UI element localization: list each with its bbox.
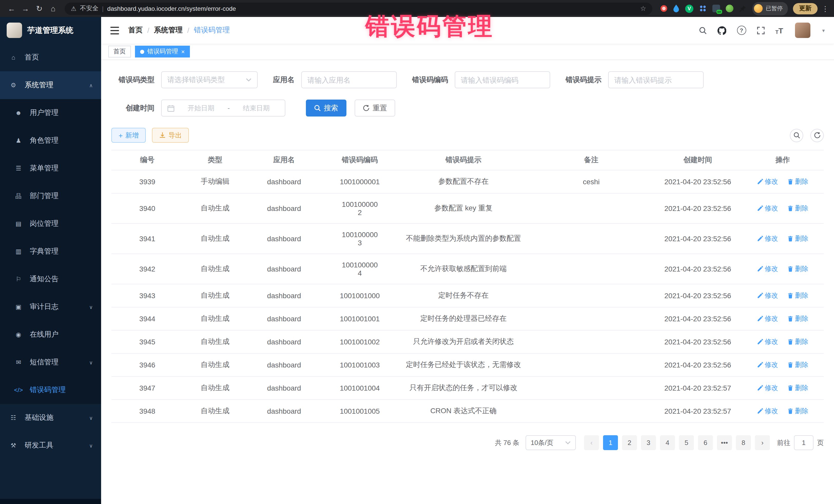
toggle-search-icon[interactable]: [790, 129, 803, 142]
page-size-select[interactable]: 10条/页: [526, 435, 576, 450]
error-type-select[interactable]: 请选择错误码类型: [161, 71, 258, 88]
help-icon[interactable]: ?: [737, 26, 746, 35]
app-name-input[interactable]: [301, 71, 397, 88]
edit-link[interactable]: 修改: [757, 360, 778, 370]
delete-link[interactable]: 删除: [787, 314, 808, 323]
topbar-actions: ? TT ▾: [699, 23, 825, 38]
breadcrumb-item[interactable]: 系统管理 /: [154, 26, 194, 35]
chevron-icon: ∨: [89, 443, 93, 448]
search-button[interactable]: 搜索: [306, 100, 347, 116]
sidebar-item-position-management[interactable]: ▤ 岗位管理: [0, 210, 101, 238]
sidebar-item-department-management[interactable]: 品 部门管理: [0, 182, 101, 210]
sidebar-collapse-icon[interactable]: [110, 26, 119, 34]
delete-link[interactable]: 删除: [787, 360, 808, 370]
forward-icon[interactable]: →: [19, 2, 32, 15]
user-avatar[interactable]: [795, 23, 810, 38]
extension-on-icon[interactable]: on: [712, 5, 720, 12]
cell-remark: [529, 223, 654, 254]
app-logo-row[interactable]: 芋道管理系统: [0, 17, 101, 44]
error-hint-input[interactable]: [608, 71, 704, 88]
breadcrumb-item[interactable]: 错误码管理 /: [194, 26, 230, 35]
extension-drop-icon[interactable]: [673, 5, 680, 12]
edit-link[interactable]: 修改: [757, 204, 778, 213]
goto-page-input[interactable]: [794, 435, 813, 450]
date-range-picker[interactable]: 开始日期 - 结束日期: [161, 100, 285, 116]
bookmark-star-icon[interactable]: ☆: [640, 5, 646, 12]
edit-link[interactable]: 修改: [757, 234, 778, 243]
page-number-button[interactable]: 4: [660, 435, 675, 450]
breadcrumb-item[interactable]: 首页 /: [128, 26, 154, 35]
sidebar-item-home[interactable]: ⌂ 首页: [0, 44, 101, 71]
delete-link[interactable]: 删除: [787, 204, 808, 213]
delete-link[interactable]: 删除: [787, 384, 808, 393]
edit-link[interactable]: 修改: [757, 407, 778, 416]
extension-red-ring-icon[interactable]: [660, 5, 667, 12]
refresh-table-icon[interactable]: [810, 129, 824, 142]
sidebar-item-online-users[interactable]: ◉ 在线用户: [0, 321, 101, 349]
export-button[interactable]: 导出: [152, 128, 189, 143]
page-number-button[interactable]: 6: [698, 435, 713, 450]
sidebar-item-system-management[interactable]: ⚙ 系统管理 ∧: [0, 71, 101, 99]
delete-link[interactable]: 删除: [787, 177, 808, 186]
cell-time: 2021-04-20 23:52:56: [654, 193, 742, 223]
error-code-input[interactable]: [455, 71, 550, 88]
sidebar-item-dictionary-management[interactable]: ▥ 字典管理: [0, 238, 101, 265]
reset-button[interactable]: 重置: [355, 100, 395, 116]
home-icon[interactable]: ⌂: [47, 2, 60, 15]
next-page-button[interactable]: ›: [755, 435, 770, 450]
sidebar-item-announcement[interactable]: ⚐ 通知公告: [0, 265, 101, 293]
edit-link[interactable]: 修改: [757, 177, 778, 186]
sidebar-item-sms-management[interactable]: ✉ 短信管理 ∨: [0, 349, 101, 376]
back-icon[interactable]: ←: [5, 2, 18, 15]
sidebar-item-role-management[interactable]: ♟ 角色管理: [0, 127, 101, 154]
edit-link[interactable]: 修改: [757, 264, 778, 273]
github-icon[interactable]: [717, 26, 726, 35]
page-number-button[interactable]: 2: [622, 435, 637, 450]
delete-link[interactable]: 删除: [787, 291, 808, 300]
sidebar-item-dev-tools[interactable]: ⚒ 研发工具 ∨: [0, 432, 101, 459]
delete-link[interactable]: 删除: [787, 337, 808, 346]
browser-profile-chip[interactable]: 已暂停: [752, 2, 788, 15]
page-number-button[interactable]: •••: [717, 435, 732, 450]
delete-link[interactable]: 删除: [787, 264, 808, 273]
browser-update-button[interactable]: 更新: [793, 3, 817, 14]
page-number-button[interactable]: 5: [679, 435, 694, 450]
sidebar-item-menu-management[interactable]: ☰ 菜单管理: [0, 154, 101, 182]
extension-v-icon[interactable]: V: [685, 4, 694, 13]
table-row: 3946 自动生成 dashboard 1001001003 定时任务已经处于该…: [111, 353, 824, 376]
delete-link[interactable]: 删除: [787, 234, 808, 243]
add-button[interactable]: + 新增: [111, 128, 146, 143]
reload-icon[interactable]: ↻: [33, 2, 46, 15]
delete-link[interactable]: 删除: [787, 407, 808, 416]
sidebar-item-user-management[interactable]: ☻ 用户管理: [0, 99, 101, 127]
extension-leaf-icon[interactable]: [726, 5, 733, 12]
cell-type: 自动生成: [183, 307, 247, 330]
font-size-icon[interactable]: TT: [775, 26, 783, 35]
extension-grid-icon[interactable]: [699, 5, 707, 12]
page-number-button[interactable]: 3: [641, 435, 656, 450]
fullscreen-icon[interactable]: [757, 26, 765, 34]
cell-remark: [529, 254, 654, 284]
tab-close-icon[interactable]: ×: [181, 48, 185, 54]
page-tab[interactable]: 首页 ×: [108, 46, 131, 58]
edit-link[interactable]: 修改: [757, 384, 778, 393]
cell-code: 1001001004: [321, 376, 398, 399]
sidebar-item-infrastructure[interactable]: ☷ 基础设施 ∨: [0, 404, 101, 432]
avatar-caret-icon[interactable]: ▾: [822, 27, 825, 33]
sidebar-item-error-code-management[interactable]: </> 错误码管理: [0, 376, 101, 404]
sidebar-item-audit-log[interactable]: ▣ 审计日志 ∨: [0, 293, 101, 321]
edit-link[interactable]: 修改: [757, 314, 778, 323]
edit-pencil-icon: [757, 292, 763, 299]
pin-extension-icon[interactable]: [739, 5, 746, 12]
browser-menu-icon[interactable]: ⋮: [822, 4, 829, 13]
prev-page-button[interactable]: ‹: [584, 435, 599, 450]
edit-link[interactable]: 修改: [757, 291, 778, 300]
chevron-down-icon: [246, 78, 251, 82]
page-tab[interactable]: 错误码管理 ×: [135, 46, 190, 58]
edit-link[interactable]: 修改: [757, 337, 778, 346]
page-number-button[interactable]: 1: [603, 435, 618, 450]
page-number-button[interactable]: 8: [736, 435, 751, 450]
address-bar[interactable]: ⚠ 不安全 | dashboard.yudao.iocoder.cn/syste…: [65, 2, 652, 15]
search-icon[interactable]: [699, 26, 706, 34]
create-time-label: 创建时间: [111, 104, 154, 113]
